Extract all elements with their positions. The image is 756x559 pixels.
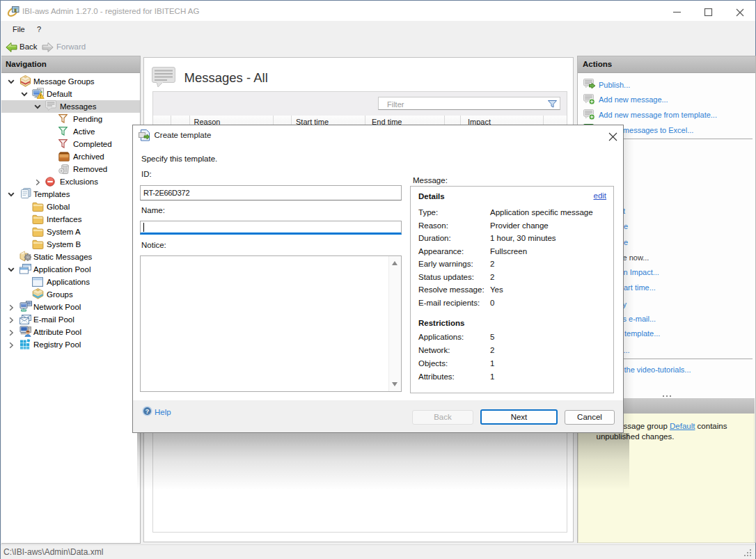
svg-text:?: ? [145, 408, 150, 415]
